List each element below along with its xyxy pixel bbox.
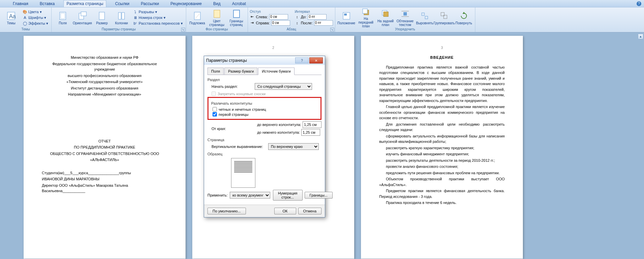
dialog-tab-paper[interactable]: Размер бумаги — [224, 68, 257, 75]
themes-button[interactable]: Aa Темы — [2, 8, 20, 27]
svg-rect-12 — [233, 10, 240, 18]
dialog-help-button[interactable]: ? — [295, 57, 309, 63]
group-paragraph: Отступ ⇤Слева: ⇥Справа: Интервал ↕До: ↕П… — [248, 7, 335, 32]
group-button[interactable]: Группировать — [435, 8, 453, 27]
header-distance-input[interactable] — [303, 121, 321, 128]
text-wrap-button[interactable]: Обтекание текстом — [396, 8, 414, 27]
help-icon[interactable]: ? — [637, 1, 641, 6]
odd-even-checkbox[interactable] — [213, 107, 217, 111]
group-page-setup-label: Параметры страницы — [54, 27, 184, 31]
dialog-tab-layout[interactable]: Источник бумаги — [258, 68, 294, 75]
size-icon — [96, 10, 107, 21]
tab-review[interactable]: Рецензирование — [168, 0, 204, 7]
svg-rect-16 — [363, 9, 367, 14]
tab-insert[interactable]: Вставка — [37, 0, 58, 7]
align-icon — [419, 10, 430, 21]
preview-thumbnail — [231, 158, 255, 188]
svg-rect-23 — [425, 16, 428, 19]
tab-acrobat[interactable]: Acrobat — [229, 0, 249, 7]
paragraph-launcher[interactable]: ↘ — [330, 28, 334, 32]
tab-home[interactable]: Главная — [10, 0, 31, 7]
margins-button[interactable]: Поля — [54, 8, 72, 27]
indent-left-input[interactable] — [269, 14, 288, 20]
apply-to-select[interactable]: ко всему документу — [230, 192, 270, 199]
group-arrange-label: Упорядочить — [337, 27, 473, 31]
theme-effects[interactable]: ◯Эффекты ▾ — [22, 21, 49, 26]
ribbon-tabs: Главная Вставка Разметка страницы Ссылки… — [0, 0, 644, 7]
breaks-button[interactable]: ⤵Разрывы ▾ — [132, 9, 184, 15]
start-section-select[interactable]: Со следующей страницы — [255, 83, 312, 90]
bring-front-icon — [361, 7, 371, 17]
svg-rect-7 — [118, 12, 121, 19]
tab-view[interactable]: Вид — [211, 0, 223, 7]
line-numbers-icon: ≣ — [133, 15, 138, 20]
rotate-icon — [458, 10, 469, 21]
defaults-button[interactable]: По умолчанию... — [207, 208, 246, 214]
spacing-label: Интервал — [295, 10, 333, 14]
page-borders-icon — [231, 8, 242, 19]
page-setup-launcher[interactable]: ↘ — [181, 28, 185, 32]
from-edge-label: От края: — [212, 127, 252, 131]
rotate-button[interactable]: Повернуть — [455, 8, 473, 27]
columns-button[interactable]: Колонки — [112, 8, 131, 27]
spacing-before-input[interactable] — [308, 14, 327, 20]
first-page-checkbox[interactable] — [213, 112, 217, 116]
watermark-button[interactable]: Подложка — [188, 8, 206, 27]
spacing-after-input[interactable] — [314, 20, 333, 26]
indent-right-icon: ⇥ — [250, 21, 255, 25]
group-icon — [439, 10, 450, 21]
group-themes: Aa Темы 🎨Цвета ▾ AШрифты ▾ ◯Эффекты ▾ Те… — [0, 7, 52, 32]
borders-dialog-button[interactable]: Границы... — [305, 192, 333, 199]
indent-label: Отступ — [250, 10, 290, 14]
dialog-tabs: Поля Размер бумаги Источник бумаги — [207, 68, 321, 75]
bring-front-button[interactable]: На передний план — [357, 8, 375, 27]
text-wrap-icon — [400, 8, 411, 19]
valign-select[interactable]: По верхнему краю — [268, 143, 319, 150]
indent-right-input[interactable] — [271, 20, 290, 26]
svg-rect-14 — [344, 14, 347, 16]
ribbon-body: Aa Темы 🎨Цвета ▾ AШрифты ▾ ◯Эффекты ▾ Те… — [0, 7, 644, 32]
orientation-icon — [77, 10, 88, 21]
group-page-bg-label: Фон страницы — [188, 27, 246, 31]
dialog-tab-margins[interactable]: Поля — [207, 68, 224, 75]
theme-colors[interactable]: 🎨Цвета ▾ — [22, 9, 49, 15]
tab-page-layout[interactable]: Разметка страницы — [63, 0, 106, 7]
orientation-button[interactable]: Ориентация — [73, 8, 91, 27]
line-numbers-button[interactable]: ≣Номера строк ▾ — [132, 15, 184, 20]
highlighted-section: Различать колонтитулы четных и нечетных … — [207, 97, 321, 120]
apply-to-label: Применить: — [207, 193, 228, 197]
page-number-3: 3 — [441, 45, 443, 50]
page-color-button[interactable]: Цвет страницы — [208, 8, 226, 27]
themes-icon: Aa — [6, 10, 17, 21]
spacing-before-icon: ↕ — [295, 15, 300, 19]
tab-references[interactable]: Ссылки — [112, 0, 132, 7]
theme-fonts[interactable]: AШрифты ▾ — [22, 15, 49, 20]
dialog-title-text: Параметры страницы — [206, 58, 247, 63]
columns-icon — [116, 10, 127, 21]
page-1[interactable]: Министерство образования и науки РФ Феде… — [24, 36, 186, 259]
page-number-2: 2 — [272, 45, 274, 50]
align-button[interactable]: Выровнять — [416, 8, 434, 27]
headers-fieldset-label: Различать колонтитулы — [211, 101, 320, 105]
dialog-titlebar[interactable]: Параметры страницы ? ✕ — [204, 56, 325, 65]
footer-distance-input[interactable] — [301, 129, 320, 136]
group-arrange: Положение На передний план На задний пла… — [335, 7, 475, 32]
hyphenation-button[interactable]: bᶜРасстановка переносов ▾ — [132, 21, 184, 26]
page-3[interactable]: 3 ВВЕДЕНИЕ Преддипломная практика являет… — [361, 36, 523, 259]
position-button[interactable]: Положение — [337, 8, 356, 27]
size-button[interactable]: Размер — [93, 8, 111, 27]
page-borders-button[interactable]: Границы страниц — [227, 8, 246, 27]
send-back-button[interactable]: На задний план — [376, 8, 395, 27]
cancel-button[interactable]: Отмена — [298, 208, 321, 214]
valign-label: Вертикальное выравнивание: — [212, 145, 265, 149]
section-fieldset-label: Раздел — [207, 78, 321, 82]
hyphenation-icon: bᶜ — [133, 21, 138, 26]
svg-rect-11 — [214, 10, 220, 18]
svg-rect-18 — [384, 12, 388, 17]
page-color-icon — [212, 8, 222, 19]
tab-mailings[interactable]: Рассылки — [138, 0, 162, 7]
ok-button[interactable]: ОК — [274, 208, 296, 214]
line-numbers-dialog-button[interactable]: Нумерация строк... — [273, 190, 303, 201]
scroll-up-arrow[interactable]: ▲ — [638, 34, 643, 39]
dialog-close-button[interactable]: ✕ — [309, 57, 323, 63]
